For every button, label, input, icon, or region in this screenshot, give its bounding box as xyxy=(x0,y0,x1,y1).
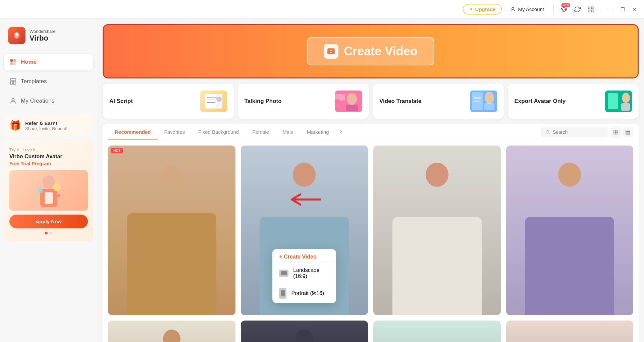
create-video-label: Create Video xyxy=(344,44,417,58)
graduation-icon[interactable]: NEW xyxy=(559,5,569,14)
avatar-card-placeholder4[interactable] xyxy=(506,321,634,342)
dot-2 xyxy=(50,232,52,234)
home-icon xyxy=(9,58,17,66)
templates-icon xyxy=(9,78,17,85)
titlebar: ▼ Upgrade My Account NEW — ❐ ✕ xyxy=(0,0,644,19)
svg-rect-49 xyxy=(614,132,615,134)
dot-1 xyxy=(45,232,48,234)
svg-rect-13 xyxy=(10,81,13,84)
video-translate-label: Video Translate xyxy=(379,98,421,105)
avatar-row2 xyxy=(108,321,633,342)
hot-badge: HOT xyxy=(111,148,123,153)
nav-item-home[interactable]: Home xyxy=(4,54,93,70)
feature-card-talking-photo[interactable]: Talking Photo xyxy=(238,84,369,119)
account-label: My Account xyxy=(518,6,544,12)
ruby-figure xyxy=(506,146,634,315)
svg-point-16 xyxy=(43,175,55,189)
refresh-icon[interactable] xyxy=(573,5,582,14)
arab-head xyxy=(163,330,180,342)
search-input[interactable] xyxy=(553,129,603,135)
app-name: Virbo xyxy=(30,34,56,43)
svg-rect-41 xyxy=(474,101,480,102)
svg-rect-54 xyxy=(281,271,287,275)
svg-rect-18 xyxy=(45,192,53,204)
tab-marketing[interactable]: Marketing xyxy=(300,124,336,139)
svg-point-7 xyxy=(15,33,18,36)
svg-rect-47 xyxy=(614,130,615,132)
upgrade-button[interactable]: ▼ Upgrade xyxy=(463,4,502,14)
svg-rect-14 xyxy=(13,81,16,84)
avatar-card-giulia[interactable]: Giulia-Business xyxy=(373,146,501,315)
avatar-card-ruby[interactable]: Ruby-Formal xyxy=(506,146,634,315)
create-video-hero-button[interactable]: Create Video xyxy=(307,37,434,65)
svg-point-46 xyxy=(546,130,549,133)
refer-subtitle: Share, Invite, Repeat! xyxy=(25,126,67,131)
logo-text: Wondershare Virbo xyxy=(30,29,56,43)
promo-title: Virbo Custom Avatar xyxy=(9,154,88,160)
popup-option-landscape[interactable]: Landscape (16:9) xyxy=(272,263,336,284)
svg-rect-39 xyxy=(484,103,494,110)
sidebar: Wondershare Virbo Home Templates xyxy=(0,19,97,342)
svg-rect-48 xyxy=(616,130,618,132)
refer-emoji: 🎁 xyxy=(9,120,21,131)
tab-female[interactable]: Female xyxy=(246,124,276,139)
popup-option-portrait[interactable]: Portrait (9:16) xyxy=(272,284,336,303)
new-badge: NEW xyxy=(561,3,570,7)
tab-favorites[interactable]: Favorites xyxy=(158,124,192,139)
feature-card-video-translate[interactable]: Video Translate xyxy=(373,84,504,119)
titlebar-divider2 xyxy=(601,5,601,14)
avatar-card-arab[interactable] xyxy=(108,321,235,342)
svg-rect-3 xyxy=(588,10,590,12)
promo-dots xyxy=(9,232,88,234)
upgrade-arrow-icon: ▼ xyxy=(469,7,473,12)
avatar-card-william[interactable]: HOT William - Business xyxy=(108,146,235,315)
ruby-head xyxy=(558,163,581,187)
video-translate-image xyxy=(470,91,497,112)
brand-name: Wondershare xyxy=(30,29,56,34)
avatar-card-chloe[interactable]: Chloe- + Create Video xyxy=(241,146,368,315)
hero-banner[interactable]: Create Video xyxy=(103,24,639,78)
svg-point-20 xyxy=(38,188,43,193)
feature-card-ai-script[interactable]: AI Script xyxy=(103,84,234,119)
svg-rect-12 xyxy=(10,79,16,80)
grid-icon[interactable] xyxy=(586,5,595,14)
avatar-card-placeholder3[interactable] xyxy=(373,321,501,342)
svg-point-19 xyxy=(53,183,61,191)
tab-more-button[interactable] xyxy=(336,124,346,140)
svg-rect-52 xyxy=(626,131,630,132)
list-view-button[interactable] xyxy=(623,127,633,137)
tab-fixed-background[interactable]: Fixed Background xyxy=(192,124,246,139)
grid-view-button[interactable] xyxy=(610,127,621,137)
svg-point-30 xyxy=(216,97,222,102)
svg-rect-8 xyxy=(10,59,13,62)
feature-card-export-avatar[interactable]: Export Avatar Only xyxy=(508,84,639,119)
svg-rect-43 xyxy=(608,93,618,109)
talking-photo-label: Talking Photo xyxy=(245,98,282,105)
main-layout: Wondershare Virbo Home Templates xyxy=(0,19,644,342)
promo-image xyxy=(9,170,88,211)
avatar-card-person5[interactable] xyxy=(241,321,368,342)
refer-earn-card[interactable]: 🎁 Refer & Earn! Share, Invite, Repeat! xyxy=(4,115,93,136)
search-icon xyxy=(545,129,550,135)
svg-rect-45 xyxy=(621,103,630,111)
minimize-button[interactable]: — xyxy=(606,5,614,13)
my-account-button[interactable]: My Account xyxy=(506,4,548,14)
content-area: Create Video AI Script Talking Photo Vid… xyxy=(97,19,644,342)
maximize-button[interactable]: ❐ xyxy=(619,5,627,13)
apply-now-button[interactable]: Apply Now xyxy=(9,215,88,228)
ruby-body xyxy=(525,217,614,315)
svg-point-44 xyxy=(622,93,630,103)
nav-item-my-creations[interactable]: My Creations xyxy=(4,93,93,109)
avatar-grid-container: HOT William - Business Chloe- xyxy=(103,140,639,342)
person5-head xyxy=(296,330,313,342)
popup-create-video-button[interactable]: + Create Video xyxy=(279,254,329,260)
talking-photo-image xyxy=(335,91,362,112)
export-avatar-label: Export Avatar Only xyxy=(515,98,566,105)
nav-item-templates[interactable]: Templates xyxy=(4,73,93,90)
tab-recommended[interactable]: Recommended xyxy=(108,124,158,139)
export-avatar-image xyxy=(605,91,632,112)
svg-rect-53 xyxy=(626,133,630,134)
tab-male[interactable]: Male xyxy=(276,124,300,139)
close-button[interactable]: ✕ xyxy=(631,5,639,13)
svg-rect-55 xyxy=(281,290,285,296)
